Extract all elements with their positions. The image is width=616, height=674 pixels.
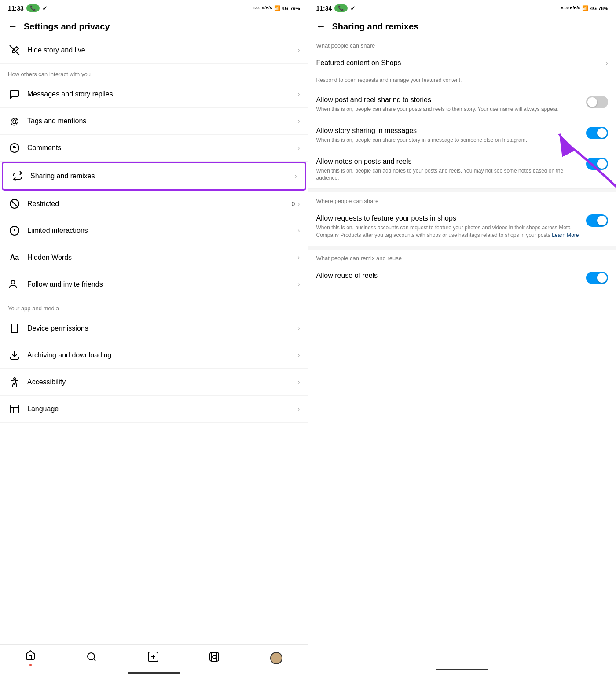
svg-line-0 [10, 45, 19, 55]
back-button-left[interactable]: ← [8, 21, 18, 32]
restricted-label: Restricted [27, 200, 291, 208]
back-button-right[interactable]: ← [316, 21, 326, 32]
nav-home[interactable] [25, 650, 36, 666]
profile-avatar [270, 652, 282, 664]
svg-point-7 [11, 280, 15, 284]
restricted-item[interactable]: Restricted 0 › [0, 191, 308, 217]
archiving-label: Archiving and downloading [27, 351, 297, 359]
search-icon [86, 652, 97, 665]
allow-feature-content: Allow requests to feature your posts in … [316, 214, 581, 239]
learn-more-link[interactable]: Learn More [552, 232, 579, 238]
limited-item[interactable]: Limited interactions › [0, 217, 308, 244]
svg-point-15 [88, 653, 95, 660]
svg-line-3 [11, 201, 18, 207]
archiving-item[interactable]: Archiving and downloading › [0, 342, 308, 369]
nav-reels[interactable] [209, 652, 220, 665]
allow-feature-desc: When this is on, business accounts can r… [316, 224, 581, 239]
nav-search[interactable] [86, 652, 97, 665]
hide-story-icon [8, 44, 21, 57]
allow-story-sharing-toggle[interactable] [586, 127, 608, 139]
interactions-section-label: How others can interact with you [0, 64, 308, 81]
accessibility-item[interactable]: Accessibility › [0, 369, 308, 396]
accessibility-chevron: › [297, 378, 300, 386]
nav-add[interactable] [147, 651, 159, 665]
allow-post-reel-title: Allow post and reel sharing to stories [316, 96, 581, 104]
toggle-thumb [587, 97, 597, 107]
hide-story-item[interactable]: Hide story and live › [0, 37, 308, 64]
allow-reuse-content: Allow reuse of reels [316, 272, 581, 281]
hidden-words-item[interactable]: Aa Hidden Words › [0, 244, 308, 271]
sharing-icon [11, 169, 24, 183]
allow-notes-row: Allow notes on posts and reels When this… [308, 151, 616, 189]
comments-item[interactable]: Comments › [0, 135, 308, 162]
sharing-item[interactable]: Sharing and remixes › [2, 162, 306, 191]
check-icon: ✓ [42, 5, 48, 12]
messages-label: Messages and story replies [27, 90, 297, 98]
follow-label: Follow and invite friends [27, 280, 297, 288]
battery-right: 78% [598, 6, 608, 11]
right-signal-icon: 4G [590, 6, 597, 11]
right-page-header: ← Sharing and remixes [308, 15, 616, 37]
remix-label: What people can remix and reuse [308, 250, 616, 265]
allow-notes-toggle[interactable] [586, 158, 608, 170]
network-info-left: 12.0 K/B/S [253, 6, 272, 11]
left-page-header: ← Settings and privacy [0, 15, 308, 37]
featured-shops-item[interactable]: Featured content on Shops › [308, 52, 616, 74]
svg-point-13 [14, 378, 15, 379]
allow-feature-row: Allow requests to feature your posts in … [308, 208, 616, 246]
call-button[interactable]: 📞 [26, 4, 40, 12]
language-chevron: › [297, 405, 300, 413]
allow-feature-title: Allow requests to feature your posts in … [316, 214, 581, 222]
messages-item[interactable]: Messages and story replies › [0, 81, 308, 108]
restricted-badge: 0 [291, 200, 295, 207]
language-item[interactable]: Language › [0, 396, 308, 423]
battery-left: 79% [290, 6, 300, 11]
allow-post-reel-row: Allow post and reel sharing to stories W… [308, 89, 616, 120]
allow-post-reel-desc: When this is on, people can share your p… [316, 106, 581, 113]
divider-1 [308, 189, 616, 192]
left-phone: 11:33 📞 ✓ 12.0 K/B/S 📶 4G 79% ← Settings… [0, 0, 308, 674]
device-perms-label: Device permissions [27, 324, 297, 332]
allow-notes-content: Allow notes on posts and reels When this… [316, 158, 581, 182]
comments-label: Comments [27, 144, 297, 152]
limited-chevron: › [297, 227, 300, 235]
featured-shops-desc: Respond to open requests and manage your… [316, 77, 462, 83]
divider-2 [308, 246, 616, 250]
home-icon [25, 650, 36, 663]
tags-icon: @ [8, 114, 21, 128]
svg-rect-14 [11, 405, 18, 413]
right-phone: 11:34 📞 ✓ 5.00 K/B/S 📶 4G 78% ← Sharing … [308, 0, 616, 674]
right-call-button[interactable]: 📞 [334, 4, 348, 12]
device-perms-icon [8, 322, 21, 335]
reels-icon [209, 652, 220, 665]
allow-notes-title: Allow notes on posts and reels [316, 158, 581, 166]
tags-item[interactable]: @ Tags and mentions › [0, 108, 308, 135]
svg-line-16 [94, 659, 95, 660]
allow-post-reel-toggle[interactable] [586, 96, 608, 108]
device-perms-chevron: › [297, 324, 300, 332]
allow-story-sharing-desc: When this is on, people can share your s… [316, 136, 581, 144]
allow-reuse-title: Allow reuse of reels [316, 272, 581, 280]
nav-profile[interactable] [270, 652, 282, 664]
hidden-words-icon: Aa [8, 251, 21, 264]
restricted-chevron: › [297, 200, 300, 208]
device-perms-item[interactable]: Device permissions › [0, 315, 308, 342]
allow-feature-toggle[interactable] [586, 214, 608, 227]
right-phone-icon: 📞 [338, 5, 344, 11]
allow-reuse-row: Allow reuse of reels [308, 265, 616, 291]
toggle-thumb-4 [597, 216, 607, 225]
hidden-words-label: Hidden Words [27, 254, 297, 261]
right-content: What people can share Featured content o… [308, 37, 616, 666]
language-icon [8, 402, 21, 416]
toggle-thumb-5 [597, 273, 607, 283]
allow-reuse-toggle[interactable] [586, 272, 608, 284]
left-time: 11:33 [8, 5, 24, 12]
follow-item[interactable]: Follow and invite friends › [0, 271, 308, 298]
featured-shops-label: Featured content on Shops [316, 59, 401, 67]
toggle-thumb-2 [597, 128, 607, 138]
archiving-icon [8, 349, 21, 362]
sharing-label: Sharing and remixes [30, 172, 294, 180]
bottom-nav [0, 644, 308, 670]
phone-icon: 📞 [30, 5, 36, 11]
language-label: Language [27, 405, 297, 413]
